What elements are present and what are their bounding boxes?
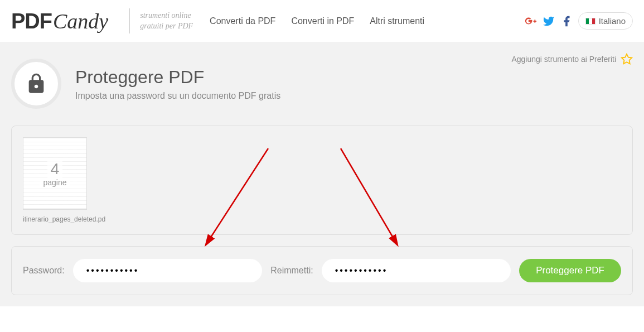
lock-icon [25,73,47,95]
nav: Converti da PDF Converti in PDF Altri st… [210,16,424,26]
password-label: Password: [23,266,65,276]
reenter-label: Reimmetti: [270,266,313,276]
header-right: Italiano [525,12,633,30]
favorites-label: Aggiungi strumento ai Preferiti [511,55,616,64]
add-to-favorites[interactable]: Aggiungi strumento ai Preferiti [511,53,633,65]
nav-convert-from-pdf[interactable]: Converti da PDF [210,16,275,26]
nav-convert-to-pdf[interactable]: Converti in PDF [291,16,354,26]
page-count-label: pagine [40,178,70,187]
language-label: Italiano [599,16,626,26]
google-plus-icon[interactable] [525,15,537,27]
page-header: Proteggere PDF Imposta una password su u… [11,59,633,109]
protect-pdf-button[interactable]: Proteggere PDF [519,259,621,282]
tagline: strumenti online gratuiti per PDF [140,11,193,31]
annotation-arrow-2 [335,148,413,251]
facebook-icon[interactable] [560,15,573,27]
svg-line-2 [341,148,396,243]
annotation-arrow-1 [201,148,279,251]
italian-flag-icon [585,18,595,25]
svg-marker-0 [622,54,632,64]
page-titles: Proteggere PDF Imposta una password su u… [75,67,280,101]
logo-candy-text: Candy [53,9,108,33]
password-input[interactable] [73,259,263,282]
logo-pdf-text: PDF [11,9,52,33]
divider [129,8,130,33]
page-subtitle: Imposta una password su un documento PDF… [75,91,280,101]
password-panel: Password: Reimmetti: Proteggere PDF [11,246,633,295]
tagline-line1: strumenti online [140,11,193,21]
twitter-icon[interactable] [543,15,555,27]
nav-other-tools[interactable]: Altri strumenti [370,16,424,26]
page-title: Proteggere PDF [75,67,280,88]
file-item[interactable]: 4 pagine itinerario_pages_deleted.pd [23,137,87,223]
tagline-line2: gratuiti per PDF [140,21,193,31]
main-content: Aggiungi strumento ai Preferiti Protegge… [0,42,644,306]
file-thumbnail: 4 pagine [23,137,87,210]
header: PDF Candy strumenti online gratuiti per … [0,0,644,42]
star-icon [621,53,633,65]
language-selector[interactable]: Italiano [578,12,633,30]
page-count: 4 [47,160,63,178]
lock-circle [11,59,61,109]
logo[interactable]: PDF Candy [11,9,108,33]
svg-line-1 [207,148,268,243]
file-panel: 4 pagine itinerario_pages_deleted.pd [11,126,633,235]
reenter-password-input[interactable] [322,259,511,282]
file-name: itinerario_pages_deleted.pd [23,215,106,223]
